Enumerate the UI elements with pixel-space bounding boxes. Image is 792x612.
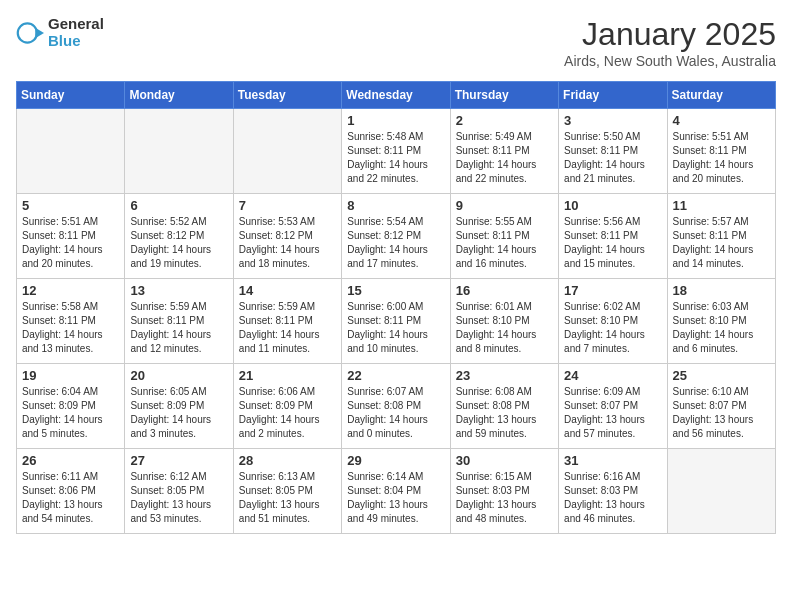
calendar-day-cell: 27Sunrise: 6:12 AM Sunset: 8:05 PM Dayli…	[125, 449, 233, 534]
day-info: Sunrise: 5:57 AM Sunset: 8:11 PM Dayligh…	[673, 215, 770, 271]
day-number: 16	[456, 283, 553, 298]
calendar-day-cell: 13Sunrise: 5:59 AM Sunset: 8:11 PM Dayli…	[125, 279, 233, 364]
day-number: 26	[22, 453, 119, 468]
day-number: 22	[347, 368, 444, 383]
day-info: Sunrise: 6:05 AM Sunset: 8:09 PM Dayligh…	[130, 385, 227, 441]
calendar-table: SundayMondayTuesdayWednesdayThursdayFrid…	[16, 81, 776, 534]
day-info: Sunrise: 6:07 AM Sunset: 8:08 PM Dayligh…	[347, 385, 444, 441]
logo-blue-text: Blue	[48, 33, 104, 50]
day-number: 6	[130, 198, 227, 213]
calendar-day-cell: 4Sunrise: 5:51 AM Sunset: 8:11 PM Daylig…	[667, 109, 775, 194]
day-info: Sunrise: 6:01 AM Sunset: 8:10 PM Dayligh…	[456, 300, 553, 356]
day-number: 13	[130, 283, 227, 298]
day-info: Sunrise: 5:55 AM Sunset: 8:11 PM Dayligh…	[456, 215, 553, 271]
day-number: 1	[347, 113, 444, 128]
calendar-week-row: 5Sunrise: 5:51 AM Sunset: 8:11 PM Daylig…	[17, 194, 776, 279]
day-number: 20	[130, 368, 227, 383]
calendar-day-cell: 3Sunrise: 5:50 AM Sunset: 8:11 PM Daylig…	[559, 109, 667, 194]
day-number: 4	[673, 113, 770, 128]
day-info: Sunrise: 6:13 AM Sunset: 8:05 PM Dayligh…	[239, 470, 336, 526]
day-number: 23	[456, 368, 553, 383]
logo-general-text: General	[48, 16, 104, 33]
calendar-day-cell: 17Sunrise: 6:02 AM Sunset: 8:10 PM Dayli…	[559, 279, 667, 364]
calendar-week-row: 26Sunrise: 6:11 AM Sunset: 8:06 PM Dayli…	[17, 449, 776, 534]
day-info: Sunrise: 5:51 AM Sunset: 8:11 PM Dayligh…	[673, 130, 770, 186]
calendar-day-cell: 23Sunrise: 6:08 AM Sunset: 8:08 PM Dayli…	[450, 364, 558, 449]
day-number: 3	[564, 113, 661, 128]
calendar-day-cell: 14Sunrise: 5:59 AM Sunset: 8:11 PM Dayli…	[233, 279, 341, 364]
calendar-day-cell: 20Sunrise: 6:05 AM Sunset: 8:09 PM Dayli…	[125, 364, 233, 449]
day-info: Sunrise: 5:53 AM Sunset: 8:12 PM Dayligh…	[239, 215, 336, 271]
calendar-day-cell: 8Sunrise: 5:54 AM Sunset: 8:12 PM Daylig…	[342, 194, 450, 279]
calendar-day-cell: 30Sunrise: 6:15 AM Sunset: 8:03 PM Dayli…	[450, 449, 558, 534]
day-number: 11	[673, 198, 770, 213]
day-info: Sunrise: 5:50 AM Sunset: 8:11 PM Dayligh…	[564, 130, 661, 186]
weekday-header: Saturday	[667, 82, 775, 109]
calendar-week-row: 12Sunrise: 5:58 AM Sunset: 8:11 PM Dayli…	[17, 279, 776, 364]
weekday-header: Sunday	[17, 82, 125, 109]
day-number: 7	[239, 198, 336, 213]
day-info: Sunrise: 5:59 AM Sunset: 8:11 PM Dayligh…	[239, 300, 336, 356]
calendar-day-cell: 29Sunrise: 6:14 AM Sunset: 8:04 PM Dayli…	[342, 449, 450, 534]
calendar-day-cell: 18Sunrise: 6:03 AM Sunset: 8:10 PM Dayli…	[667, 279, 775, 364]
weekday-header: Friday	[559, 82, 667, 109]
weekday-header: Thursday	[450, 82, 558, 109]
calendar-day-cell: 11Sunrise: 5:57 AM Sunset: 8:11 PM Dayli…	[667, 194, 775, 279]
calendar-day-cell: 5Sunrise: 5:51 AM Sunset: 8:11 PM Daylig…	[17, 194, 125, 279]
day-info: Sunrise: 5:56 AM Sunset: 8:11 PM Dayligh…	[564, 215, 661, 271]
calendar-day-cell: 21Sunrise: 6:06 AM Sunset: 8:09 PM Dayli…	[233, 364, 341, 449]
day-info: Sunrise: 6:12 AM Sunset: 8:05 PM Dayligh…	[130, 470, 227, 526]
calendar-day-cell: 31Sunrise: 6:16 AM Sunset: 8:03 PM Dayli…	[559, 449, 667, 534]
day-info: Sunrise: 6:04 AM Sunset: 8:09 PM Dayligh…	[22, 385, 119, 441]
logo: General Blue	[16, 16, 104, 49]
day-info: Sunrise: 5:51 AM Sunset: 8:11 PM Dayligh…	[22, 215, 119, 271]
calendar-day-cell: 25Sunrise: 6:10 AM Sunset: 8:07 PM Dayli…	[667, 364, 775, 449]
calendar-day-cell: 22Sunrise: 6:07 AM Sunset: 8:08 PM Dayli…	[342, 364, 450, 449]
calendar-week-row: 19Sunrise: 6:04 AM Sunset: 8:09 PM Dayli…	[17, 364, 776, 449]
day-number: 8	[347, 198, 444, 213]
title-block: January 2025 Airds, New South Wales, Aus…	[564, 16, 776, 69]
day-info: Sunrise: 6:08 AM Sunset: 8:08 PM Dayligh…	[456, 385, 553, 441]
calendar-day-cell	[233, 109, 341, 194]
calendar-day-cell: 15Sunrise: 6:00 AM Sunset: 8:11 PM Dayli…	[342, 279, 450, 364]
day-number: 17	[564, 283, 661, 298]
month-title: January 2025	[564, 16, 776, 53]
weekday-header: Wednesday	[342, 82, 450, 109]
day-info: Sunrise: 6:02 AM Sunset: 8:10 PM Dayligh…	[564, 300, 661, 356]
calendar-day-cell	[17, 109, 125, 194]
day-info: Sunrise: 6:03 AM Sunset: 8:10 PM Dayligh…	[673, 300, 770, 356]
day-number: 28	[239, 453, 336, 468]
logo-icon	[16, 19, 44, 47]
calendar-day-cell: 16Sunrise: 6:01 AM Sunset: 8:10 PM Dayli…	[450, 279, 558, 364]
day-number: 19	[22, 368, 119, 383]
day-info: Sunrise: 5:59 AM Sunset: 8:11 PM Dayligh…	[130, 300, 227, 356]
day-info: Sunrise: 6:00 AM Sunset: 8:11 PM Dayligh…	[347, 300, 444, 356]
calendar-day-cell: 1Sunrise: 5:48 AM Sunset: 8:11 PM Daylig…	[342, 109, 450, 194]
calendar-week-row: 1Sunrise: 5:48 AM Sunset: 8:11 PM Daylig…	[17, 109, 776, 194]
page-header: General Blue January 2025 Airds, New Sou…	[16, 16, 776, 69]
day-number: 9	[456, 198, 553, 213]
calendar-header-row: SundayMondayTuesdayWednesdayThursdayFrid…	[17, 82, 776, 109]
calendar-day-cell: 26Sunrise: 6:11 AM Sunset: 8:06 PM Dayli…	[17, 449, 125, 534]
day-info: Sunrise: 6:15 AM Sunset: 8:03 PM Dayligh…	[456, 470, 553, 526]
calendar-day-cell: 19Sunrise: 6:04 AM Sunset: 8:09 PM Dayli…	[17, 364, 125, 449]
day-info: Sunrise: 5:48 AM Sunset: 8:11 PM Dayligh…	[347, 130, 444, 186]
calendar-day-cell	[667, 449, 775, 534]
day-info: Sunrise: 5:49 AM Sunset: 8:11 PM Dayligh…	[456, 130, 553, 186]
location-subtitle: Airds, New South Wales, Australia	[564, 53, 776, 69]
calendar-day-cell: 10Sunrise: 5:56 AM Sunset: 8:11 PM Dayli…	[559, 194, 667, 279]
day-number: 5	[22, 198, 119, 213]
calendar-day-cell: 24Sunrise: 6:09 AM Sunset: 8:07 PM Dayli…	[559, 364, 667, 449]
day-info: Sunrise: 6:09 AM Sunset: 8:07 PM Dayligh…	[564, 385, 661, 441]
day-info: Sunrise: 5:52 AM Sunset: 8:12 PM Dayligh…	[130, 215, 227, 271]
day-number: 15	[347, 283, 444, 298]
day-number: 29	[347, 453, 444, 468]
calendar-day-cell: 7Sunrise: 5:53 AM Sunset: 8:12 PM Daylig…	[233, 194, 341, 279]
svg-point-0	[18, 23, 37, 42]
day-number: 21	[239, 368, 336, 383]
weekday-header: Monday	[125, 82, 233, 109]
day-info: Sunrise: 6:06 AM Sunset: 8:09 PM Dayligh…	[239, 385, 336, 441]
svg-marker-1	[35, 27, 44, 38]
day-number: 27	[130, 453, 227, 468]
calendar-day-cell: 12Sunrise: 5:58 AM Sunset: 8:11 PM Dayli…	[17, 279, 125, 364]
